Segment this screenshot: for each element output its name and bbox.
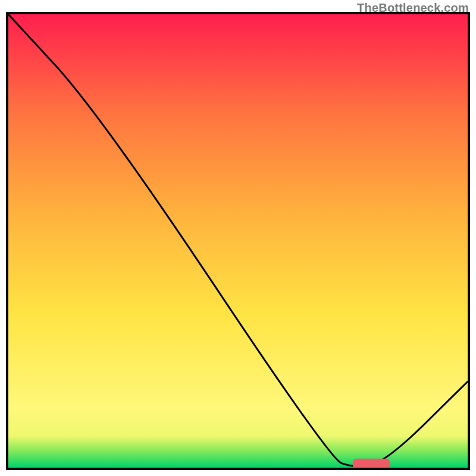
chart-svg <box>8 14 468 468</box>
optimal-range-marker <box>353 459 390 468</box>
gradient-fill <box>8 14 468 468</box>
chart-plot-area <box>6 12 470 470</box>
